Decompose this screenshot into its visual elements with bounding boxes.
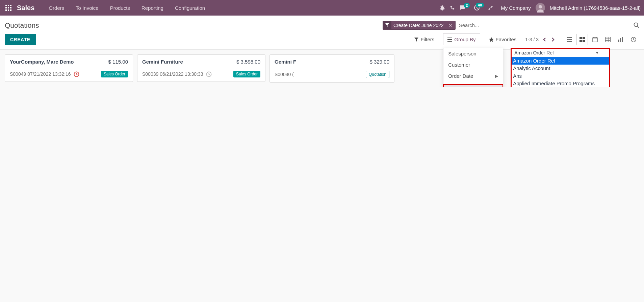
nav-link-configuration[interactable]: Configuration xyxy=(170,2,210,14)
list-item[interactable]: Amazon Order Ref xyxy=(512,57,609,65)
create-button[interactable]: CREATE xyxy=(5,34,36,45)
card-bottom: S00049 07/21/2022 13:32:16 Sales Order xyxy=(10,71,128,77)
view-calendar-icon[interactable] xyxy=(589,34,601,45)
svg-rect-6 xyxy=(5,9,7,11)
toolbar: CREATE Filters Group By Salesperson Cust… xyxy=(0,30,644,50)
search-icon[interactable] xyxy=(634,22,639,28)
funnel-icon xyxy=(383,21,391,29)
card-bottom: S00039 06/21/2022 13:30:33 Sales Order xyxy=(142,71,260,77)
card-amount: $ 3,598.00 xyxy=(236,59,260,65)
view-pivot-icon[interactable] xyxy=(602,34,614,45)
card-ref: S00040 ( xyxy=(275,72,294,77)
card-bottom: S00040 ( Quotation xyxy=(275,71,389,78)
status-badge: Sales Order xyxy=(101,71,128,77)
view-activity-icon[interactable] xyxy=(628,34,639,45)
status-badge: Quotation xyxy=(366,71,389,78)
kanban-card[interactable]: Gemini F $ 329.00 S00040 ( Quotation xyxy=(269,54,394,83)
groupby-button[interactable]: Group By xyxy=(443,33,480,45)
activity-badge: 40 xyxy=(476,3,484,7)
nav-link-reporting[interactable]: Reporting xyxy=(136,2,169,14)
status-badge: Sales Order xyxy=(233,71,260,77)
apps-grid-icon[interactable] xyxy=(3,3,14,13)
svg-rect-14 xyxy=(447,38,452,38)
svg-rect-8 xyxy=(10,9,11,11)
svg-rect-38 xyxy=(622,37,623,42)
kanban-card[interactable]: Gemini Furniture $ 3,598.00 S00039 06/21… xyxy=(137,54,265,82)
messages-icon[interactable]: 2 xyxy=(460,5,466,10)
favorites-button[interactable]: Favorites xyxy=(488,34,518,44)
activity-icon[interactable]: 40 xyxy=(474,5,480,11)
svg-rect-3 xyxy=(5,7,7,8)
svg-rect-22 xyxy=(568,41,572,42)
favorites-label: Favorites xyxy=(496,37,517,42)
phone-icon[interactable] xyxy=(450,5,455,10)
toolbar-right: Filters Group By Salesperson Customer Or… xyxy=(413,33,639,45)
svg-rect-19 xyxy=(567,39,568,40)
nav-links: Orders To Invoice Products Reporting Con… xyxy=(43,2,210,14)
app-name[interactable]: Sales xyxy=(17,4,34,12)
view-kanban-icon[interactable] xyxy=(576,34,588,45)
user-name[interactable]: Mitchell Admin (17694536-saas-15-2-all) xyxy=(550,5,641,11)
groupby-item-add-custom[interactable]: Add Custom Group ▶ xyxy=(443,85,503,87)
groupby-wrapper: Group By Salesperson Customer Order Date… xyxy=(443,33,480,45)
groupby-item-customer[interactable]: Customer xyxy=(443,59,503,70)
filter-chip-close[interactable]: ✕ xyxy=(446,21,455,29)
list-item[interactable]: Applied Immediate Promo Programs xyxy=(512,80,609,87)
svg-rect-20 xyxy=(568,39,572,40)
groupby-item-salesperson[interactable]: Salesperson xyxy=(443,48,503,59)
svg-rect-21 xyxy=(567,41,568,42)
search-input[interactable] xyxy=(458,20,632,30)
view-switch xyxy=(564,34,639,45)
custom-group-header[interactable]: Amazon Order Ref ▼ xyxy=(512,49,606,57)
view-graph-icon[interactable] xyxy=(615,34,626,45)
svg-rect-16 xyxy=(447,41,452,42)
chevron-right-icon: ▶ xyxy=(495,74,498,78)
filters-button[interactable]: Filters xyxy=(413,34,436,44)
nav-link-orders[interactable]: Orders xyxy=(43,2,70,14)
card-top: YourCompany, Marc Demo $ 115.00 xyxy=(10,59,128,65)
tools-icon[interactable] xyxy=(488,5,493,10)
svg-rect-17 xyxy=(567,37,568,38)
pager-prev[interactable] xyxy=(541,36,547,43)
svg-point-11 xyxy=(539,5,542,8)
svg-rect-31 xyxy=(606,37,611,42)
bug-icon[interactable] xyxy=(440,5,445,10)
svg-line-13 xyxy=(637,26,639,28)
custom-group-selected: Amazon Order Ref xyxy=(514,50,554,55)
card-ref: S00049 07/21/2022 13:32:16 xyxy=(10,71,71,77)
groupby-label: Group By xyxy=(454,37,475,42)
nav-link-products[interactable]: Products xyxy=(105,2,135,14)
menu-item-label: Salesperson xyxy=(448,51,476,56)
navbar-left: Sales Orders To Invoice Products Reporti… xyxy=(3,2,210,14)
pager: 1-3 / 3 xyxy=(525,36,556,43)
groupby-item-orderdate[interactable]: Order Date ▶ xyxy=(443,70,503,82)
navbar: Sales Orders To Invoice Products Reporti… xyxy=(0,0,644,16)
menu-item-label: Customer xyxy=(448,62,470,68)
svg-rect-5 xyxy=(10,7,11,8)
view-list-icon[interactable] xyxy=(564,34,575,45)
svg-rect-7 xyxy=(8,9,9,11)
list-item[interactable]: Analytic Account xyxy=(512,65,609,72)
card-title: Gemini F xyxy=(275,59,296,65)
clock-icon xyxy=(74,71,79,77)
company-name[interactable]: My Company xyxy=(501,5,531,11)
svg-rect-25 xyxy=(579,40,582,42)
nav-link-to-invoice[interactable]: To Invoice xyxy=(70,2,104,14)
page-title: Quotations xyxy=(5,21,39,29)
pager-next[interactable] xyxy=(550,36,556,43)
menu-item-label: Order Date xyxy=(448,73,473,79)
menu-separator xyxy=(443,83,503,83)
clock-icon xyxy=(206,71,212,77)
svg-rect-23 xyxy=(579,37,582,39)
caret-down-icon: ▼ xyxy=(595,51,599,55)
svg-rect-15 xyxy=(447,39,452,40)
navbar-right: 2 40 My Company Mitchell Admin (17694536… xyxy=(440,3,641,13)
groupby-menu: Salesperson Customer Order Date ▶ Add Cu… xyxy=(443,48,503,87)
list-item[interactable]: Ans xyxy=(512,72,609,80)
avatar[interactable] xyxy=(536,3,545,13)
svg-rect-0 xyxy=(5,5,7,6)
card-amount: $ 115.00 xyxy=(108,59,128,65)
kanban-card[interactable]: YourCompany, Marc Demo $ 115.00 S00049 0… xyxy=(5,54,133,82)
custom-group-list[interactable]: Amazon Order Ref Analytic Account Ans Ap… xyxy=(512,57,609,87)
card-amount: $ 329.00 xyxy=(370,59,389,65)
